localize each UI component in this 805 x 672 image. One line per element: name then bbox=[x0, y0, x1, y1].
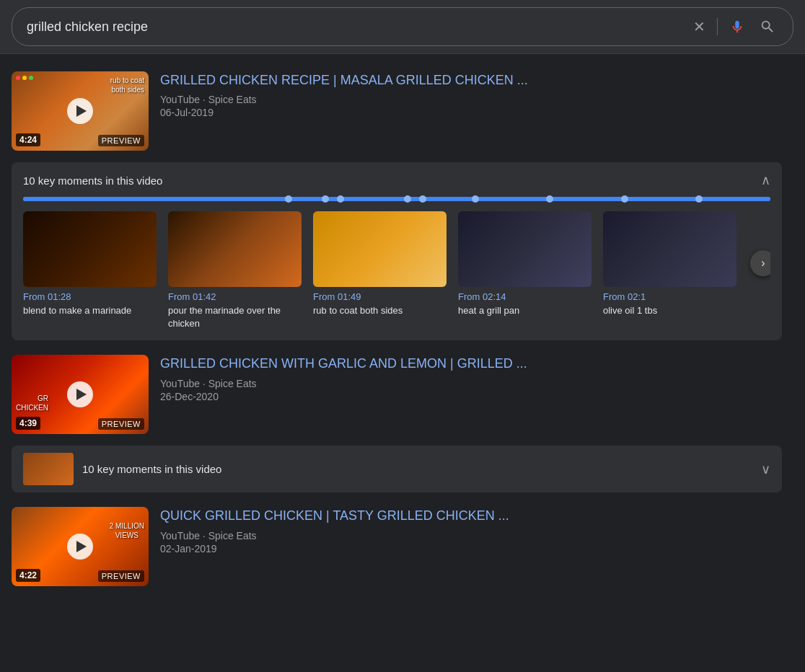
video-result-1: rub to coatboth sides 4:24 PREVIEW GRILL… bbox=[12, 63, 782, 340]
thumb-overlay-text-3: 2 MILLIONVIEWS bbox=[110, 521, 144, 540]
duration-badge-2: 4:39 bbox=[16, 417, 40, 430]
video-source-3: YouTube · Spice Eats bbox=[160, 530, 782, 541]
preview-badge-1: PREVIEW bbox=[98, 135, 144, 146]
search-bar: ✕ bbox=[12, 7, 793, 46]
progress-dot-1 bbox=[285, 195, 292, 203]
video-source-2: YouTube · Spice Eats bbox=[160, 378, 782, 389]
chevron-down-icon-2[interactable]: ∨ bbox=[761, 461, 770, 477]
chevron-up-icon[interactable]: ∧ bbox=[761, 172, 770, 188]
moment-desc-4: heat a grill pan bbox=[458, 304, 591, 317]
video-info-1: GRILLED CHICKEN RECIPE | MASALA GRILLED … bbox=[160, 71, 782, 118]
channel-badge bbox=[16, 76, 33, 80]
video-result-3: 2 MILLIONVIEWS 4:22 PREVIEW QUICK GRILLE… bbox=[12, 498, 782, 595]
play-button-1[interactable] bbox=[67, 98, 93, 124]
collapsed-label-2: 10 key moments in this video bbox=[82, 463, 752, 475]
play-triangle-icon bbox=[76, 105, 87, 117]
key-moments-panel-1: 10 key moments in this video ∧ bbox=[12, 162, 782, 340]
video-result-row-2: GRCHICKEN 4:39 PREVIEW GRILLED CHICKEN W… bbox=[12, 346, 782, 443]
video-title-3[interactable]: QUICK GRILLED CHICKEN | TASTY GRILLED CH… bbox=[160, 507, 782, 525]
progress-dot-3 bbox=[337, 195, 344, 203]
moment-thumb-1 bbox=[23, 211, 157, 287]
clear-button[interactable]: ✕ bbox=[690, 15, 708, 38]
video-info-3: QUICK GRILLED CHICKEN | TASTY GRILLED CH… bbox=[160, 507, 782, 554]
moment-desc-5: olive oil 1 tbs bbox=[603, 304, 736, 317]
moment-time-4: From 02:14 bbox=[458, 291, 591, 302]
key-moments-header-1: 10 key moments in this video ∧ bbox=[23, 172, 770, 188]
moment-thumb-2 bbox=[168, 211, 302, 287]
moment-time-2: From 01:42 bbox=[168, 291, 302, 302]
collapsed-thumb-2 bbox=[23, 453, 74, 485]
moment-item-4[interactable]: From 02:14 heat a grill pan bbox=[458, 211, 591, 330]
duration-badge-1: 4:24 bbox=[16, 133, 40, 146]
moment-time-5: From 02:1 bbox=[603, 291, 736, 302]
moment-thumb-5 bbox=[603, 211, 736, 287]
progress-dot-5 bbox=[419, 195, 426, 203]
key-moments-title-1: 10 key moments in this video bbox=[23, 174, 162, 187]
video-date-3: 02-Jan-2019 bbox=[160, 543, 782, 554]
video-date-2: 26-Dec-2020 bbox=[160, 391, 782, 402]
key-moments-collapsed-2[interactable]: 10 key moments in this video ∨ bbox=[12, 446, 782, 492]
video-date-1: 06-Jul-2019 bbox=[160, 107, 782, 118]
progress-bar-1 bbox=[23, 197, 770, 201]
mic-icon bbox=[729, 19, 745, 35]
progress-bar-fill-1 bbox=[23, 197, 770, 201]
video-result-2: GRCHICKEN 4:39 PREVIEW GRILLED CHICKEN W… bbox=[12, 346, 782, 492]
preview-badge-2: PREVIEW bbox=[98, 418, 144, 430]
moment-item-1[interactable]: From 01:28 blend to make a marinade bbox=[23, 211, 157, 330]
moment-item-5[interactable]: From 02:1 olive oil 1 tbs bbox=[603, 211, 736, 330]
next-arrow-button[interactable]: › bbox=[750, 250, 770, 276]
moment-item-3[interactable]: From 01:49 rub to coat both sides bbox=[313, 211, 447, 330]
video-result-row-3: 2 MILLIONVIEWS 4:22 PREVIEW QUICK GRILLE… bbox=[12, 498, 782, 595]
moment-desc-3: rub to coat both sides bbox=[313, 304, 447, 317]
progress-dot-9 bbox=[695, 195, 703, 203]
progress-dot-7 bbox=[546, 195, 553, 203]
moment-thumb-4 bbox=[458, 211, 591, 287]
thumbnail-3[interactable]: 2 MILLIONVIEWS 4:22 PREVIEW bbox=[12, 507, 149, 586]
video-result-row-1: rub to coatboth sides 4:24 PREVIEW GRILL… bbox=[12, 63, 782, 159]
divider bbox=[717, 18, 718, 35]
results-container: rub to coatboth sides 4:24 PREVIEW GRILL… bbox=[0, 54, 793, 604]
close-icon: ✕ bbox=[693, 18, 705, 35]
moment-desc-2: pour the marinade over the chicken bbox=[168, 304, 302, 330]
thumbnail-1[interactable]: rub to coatboth sides 4:24 PREVIEW bbox=[12, 71, 149, 151]
progress-dot-8 bbox=[621, 195, 628, 203]
play-button-3[interactable] bbox=[67, 534, 93, 560]
video-source-1: YouTube · Spice Eats bbox=[160, 94, 782, 105]
moments-grid-1: From 01:28 blend to make a marinade From… bbox=[23, 211, 770, 330]
thumb-overlay-text-1: rub to coatboth sides bbox=[110, 76, 144, 94]
search-button[interactable] bbox=[757, 16, 778, 37]
moment-thumb-3 bbox=[313, 211, 447, 287]
progress-dot-6 bbox=[472, 195, 479, 203]
video-title-2[interactable]: GRILLED CHICKEN WITH GARLIC AND LEMON | … bbox=[160, 355, 782, 373]
progress-dot-4 bbox=[404, 195, 411, 203]
duration-badge-3: 4:22 bbox=[16, 569, 40, 582]
mic-button[interactable] bbox=[726, 16, 748, 37]
moment-desc-1: blend to make a marinade bbox=[23, 304, 157, 317]
thumb-overlay-text-2: GRCHICKEN bbox=[16, 394, 48, 412]
thumbnail-2[interactable]: GRCHICKEN 4:39 PREVIEW bbox=[12, 355, 149, 434]
video-title-1[interactable]: GRILLED CHICKEN RECIPE | MASALA GRILLED … bbox=[160, 71, 782, 89]
preview-badge-3: PREVIEW bbox=[98, 570, 144, 582]
moment-time-3: From 01:49 bbox=[313, 291, 447, 302]
search-bar-container: ✕ bbox=[0, 0, 805, 54]
play-triangle-icon-3 bbox=[76, 541, 87, 552]
progress-dot-2 bbox=[322, 195, 329, 203]
search-input[interactable] bbox=[27, 19, 682, 35]
play-button-2[interactable] bbox=[67, 381, 93, 407]
video-info-2: GRILLED CHICKEN WITH GARLIC AND LEMON | … bbox=[160, 355, 782, 402]
moment-time-1: From 01:28 bbox=[23, 291, 157, 302]
search-icon bbox=[760, 19, 775, 35]
moment-item-2[interactable]: From 01:42 pour the marinade over the ch… bbox=[168, 211, 302, 330]
play-triangle-icon-2 bbox=[76, 389, 87, 400]
